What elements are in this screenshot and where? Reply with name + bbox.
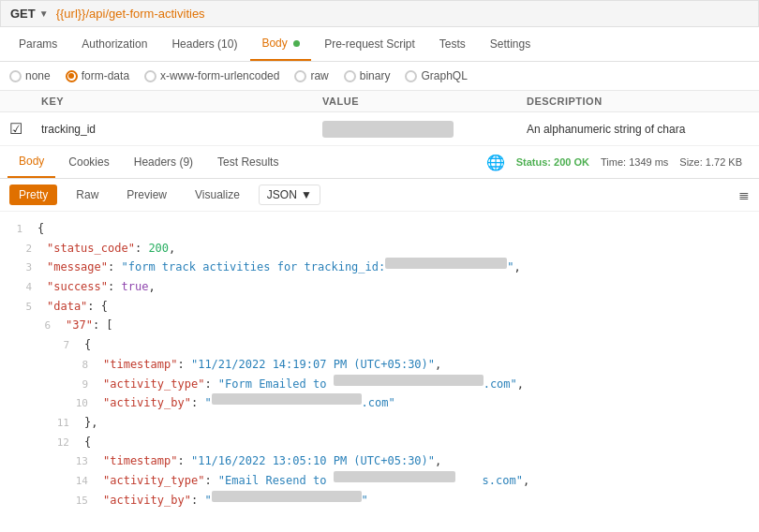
activity-by-2-redacted: [212, 491, 362, 502]
tab-tests[interactable]: Tests: [428, 28, 477, 60]
value-redacted: redactedvalue12345: [322, 121, 454, 138]
json-line-11: 11 },: [0, 413, 759, 433]
format-type-select[interactable]: JSON ▼: [259, 185, 320, 205]
body-type-form-data[interactable]: form-data: [66, 69, 129, 82]
key-value[interactable]: tracking_id: [41, 123, 96, 136]
body-type-none[interactable]: none: [9, 69, 51, 82]
row-checkbox[interactable]: ☑: [9, 121, 22, 137]
json-line-6: 6 "37": [: [0, 316, 759, 335]
response-tab-bar: Body Cookies Headers (9) Test Results 🌐 …: [0, 146, 759, 179]
radio-binary: [344, 70, 356, 82]
row-checkbox-cell[interactable]: ☑: [0, 112, 32, 146]
form-data-table: KEY VALUE DESCRIPTION ☑ tracking_id reda…: [0, 91, 759, 146]
response-status-bar: 🌐 Status: 200 OK Time: 1349 ms Size: 1.7…: [486, 154, 752, 171]
time-text: Time: 1349 ms: [601, 156, 668, 168]
json-line-1: 1 {: [0, 219, 759, 239]
method-label: GET: [10, 7, 36, 21]
description-text: An alphanumeric string of chara: [527, 123, 685, 136]
json-line-7: 7 {: [0, 335, 759, 355]
col-value: VALUE: [313, 91, 517, 112]
col-checkbox: [0, 91, 32, 112]
radio-urlencoded: [144, 70, 156, 82]
url-bar: GET ▼ {{url}}/api/get-form-activities: [0, 0, 759, 27]
resp-tab-body[interactable]: Body: [7, 146, 55, 178]
body-type-bar: none form-data x-www-form-urlencoded raw…: [0, 62, 759, 91]
json-line-2: 2 "status_code": 200,: [0, 239, 759, 259]
size-text: Size: 1.72 KB: [679, 156, 742, 168]
col-key: KEY: [32, 91, 313, 112]
json-line-15: 15 "activity_by": " ": [0, 491, 759, 510]
json-line-8: 8 "timestamp": "11/21/2022 14:19:07 PM (…: [0, 355, 759, 375]
tab-params[interactable]: Params: [7, 28, 68, 60]
message-redacted: [385, 258, 507, 269]
resp-tab-cookies[interactable]: Cookies: [57, 147, 120, 177]
activity-type-2-redacted: [334, 471, 455, 482]
row-description-cell: An alphanumeric string of chara: [517, 112, 759, 146]
body-type-binary[interactable]: binary: [344, 69, 391, 82]
json-line-13: 13 "timestamp": "11/16/2022 13:05:10 PM …: [0, 451, 759, 471]
resp-tab-headers[interactable]: Headers (9): [123, 147, 204, 177]
fmt-preview-button[interactable]: Preview: [117, 185, 176, 205]
tab-settings[interactable]: Settings: [479, 28, 542, 60]
json-line-4: 4 "success": true,: [0, 277, 759, 297]
row-key-cell: tracking_id: [32, 112, 313, 146]
tab-pre-request-script[interactable]: Pre-request Script: [313, 28, 426, 60]
radio-none: [9, 70, 22, 82]
fmt-raw-button[interactable]: Raw: [67, 185, 108, 205]
nav-tab-bar: Params Authorization Headers (10) Body P…: [0, 27, 759, 62]
body-active-dot: [293, 40, 300, 47]
radio-raw: [294, 70, 306, 82]
json-line-14: 14 "activity_type": "Email Resend to s.c…: [0, 471, 759, 491]
format-type-chevron-icon: ▼: [301, 188, 312, 201]
url-input[interactable]: {{url}}/api/get-form-activities: [56, 7, 749, 21]
tab-body[interactable]: Body: [250, 27, 311, 61]
radio-graphql: [405, 70, 417, 82]
table-row: ☑ tracking_id redactedvalue12345 An alph…: [0, 112, 759, 146]
headers-badge: (10): [217, 37, 237, 51]
json-line-5: 5 "data": {: [0, 297, 759, 317]
resp-tab-test-results[interactable]: Test Results: [206, 147, 290, 177]
activity-type-1-redacted: [334, 375, 484, 386]
body-type-raw[interactable]: raw: [294, 69, 328, 82]
json-line-3: 3 "message": "form track activities for …: [0, 258, 759, 277]
col-description: DESCRIPTION: [517, 91, 759, 112]
format-type-label: JSON: [267, 188, 297, 201]
row-value-cell: redactedvalue12345: [313, 112, 517, 146]
method-select[interactable]: GET ▼: [10, 7, 49, 21]
globe-icon: 🌐: [486, 154, 505, 171]
tab-headers[interactable]: Headers (10): [160, 28, 248, 60]
status-text: Status: 200 OK: [516, 156, 589, 168]
body-type-urlencoded[interactable]: x-www-form-urlencoded: [144, 69, 279, 82]
method-chevron-icon: ▼: [39, 8, 49, 19]
json-line-9: 9 "activity_type": "Form Emailed to .com…: [0, 375, 759, 394]
json-viewer: 1 { 2 "status_code": 200, 3 "message": "…: [0, 212, 759, 517]
body-type-graphql[interactable]: GraphQL: [405, 69, 467, 82]
fmt-pretty-button[interactable]: Pretty: [9, 185, 57, 205]
tab-authorization[interactable]: Authorization: [70, 28, 158, 60]
json-line-12: 12 {: [0, 433, 759, 452]
activity-by-1-redacted: [212, 393, 362, 405]
radio-form-data: [66, 70, 78, 82]
sort-icon[interactable]: ≣: [738, 187, 750, 202]
format-bar: Pretty Raw Preview Visualize JSON ▼ ≣: [0, 179, 759, 212]
json-line-10: 10 "activity_by": " .com": [0, 393, 759, 413]
fmt-visualize-button[interactable]: Visualize: [186, 185, 249, 205]
